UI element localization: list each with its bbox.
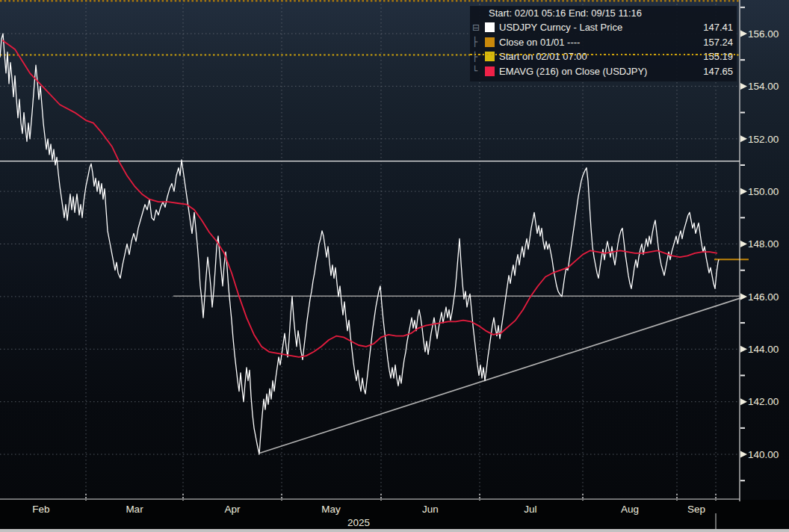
y-tick-arrow-icon — [740, 83, 747, 90]
emavg-series-swatch — [485, 66, 495, 76]
start-line-swatch — [485, 52, 495, 61]
legend-value: 157.24 — [703, 37, 737, 48]
month-label-may: May — [321, 504, 341, 515]
month-label-feb: Feb — [32, 504, 49, 515]
y-minor-tick — [740, 270, 745, 271]
year-label: 2025 — [347, 517, 370, 528]
y-minor-tick — [740, 59, 745, 61]
legend-label: EMAVG (216) on Close (USDJPY) — [499, 66, 703, 77]
tree-branch-icon: ├ — [470, 53, 485, 61]
tree-end-icon: └ — [470, 67, 485, 75]
bottom-axis-strip — [0, 500, 789, 532]
legend-value: 155.19 — [703, 51, 737, 62]
ema-line — [2, 40, 717, 357]
legend-row-start-line[interactable]: ├ Start on 02/01 07:00 155.19 — [470, 49, 737, 64]
month-label-mar: Mar — [126, 504, 143, 515]
month-label-jun: Jun — [422, 504, 439, 515]
y-tick-arrow-icon — [740, 188, 747, 195]
legend-row-emavg[interactable]: └ EMAVG (216) on Close (USDJPY) 147.65 — [470, 64, 737, 79]
legend-value: 147.65 — [703, 66, 737, 77]
month-label-sep: Sep — [687, 504, 705, 515]
y-tick-arrow-icon — [740, 293, 747, 300]
y-axis-label: 154.00 — [748, 81, 779, 92]
y-minor-tick — [740, 427, 745, 429]
legend-label: USDJPY Curncy - Last Price — [499, 22, 703, 33]
y-minor-tick — [740, 112, 745, 114]
chart-window: 156.00154.00152.00150.00148.00146.00144.… — [0, 0, 789, 532]
legend-row-close-line[interactable]: ├ Close on 01/01 ---- 157.24 — [470, 35, 737, 50]
y-axis-label: 148.00 — [748, 238, 779, 250]
legend-row-usdjpy-last-price[interactable]: ⊟ USDJPY Curncy - Last Price 147.41 — [470, 20, 737, 35]
y-minor-tick — [740, 322, 745, 324]
y-minor-tick — [740, 480, 745, 481]
month-label-jul: Jul — [524, 504, 536, 515]
y-axis-label: 156.00 — [748, 28, 779, 40]
chart-legend-panel: Start: 02/01 05:16 End: 09/15 11:16 ⊟ US… — [470, 6, 737, 81]
rising-trendline — [260, 298, 741, 454]
legend-expand-icon[interactable]: ⊟ — [470, 24, 485, 31]
legend-label: Close on 01/01 ---- — [499, 37, 703, 48]
usdjpy-series-swatch — [485, 22, 495, 32]
y-tick-arrow-icon — [740, 346, 747, 353]
y-axis-label: 146.00 — [748, 291, 779, 303]
y-axis-label: 144.00 — [748, 344, 779, 355]
y-tick-arrow-icon — [740, 135, 747, 142]
y-tick-arrow-icon — [740, 398, 747, 405]
y-axis-label: 142.00 — [748, 396, 779, 407]
y-minor-tick — [740, 217, 745, 218]
tree-branch-icon: ├ — [470, 38, 485, 46]
y-minor-tick — [740, 164, 745, 166]
legend-value: 147.41 — [703, 22, 737, 33]
month-label-aug: Aug — [621, 504, 639, 515]
y-tick-arrow-icon — [740, 241, 747, 247]
y-axis-label: 152.00 — [748, 134, 779, 145]
y-tick-arrow-icon — [740, 451, 747, 458]
y-minor-tick — [740, 7, 745, 8]
close-line-swatch — [485, 37, 495, 47]
y-tick-arrow-icon — [740, 31, 747, 37]
legend-label: Start on 02/01 07:00 — [499, 51, 703, 62]
legend-time-range: Start: 02/01 05:16 End: 09/15 11:16 — [470, 6, 737, 20]
y-axis-label: 150.00 — [748, 186, 779, 197]
y-minor-tick — [740, 374, 745, 376]
y-axis-label: 140.00 — [748, 449, 779, 460]
window-bottom-edge — [0, 529, 789, 532]
month-label-apr: Apr — [224, 504, 241, 515]
